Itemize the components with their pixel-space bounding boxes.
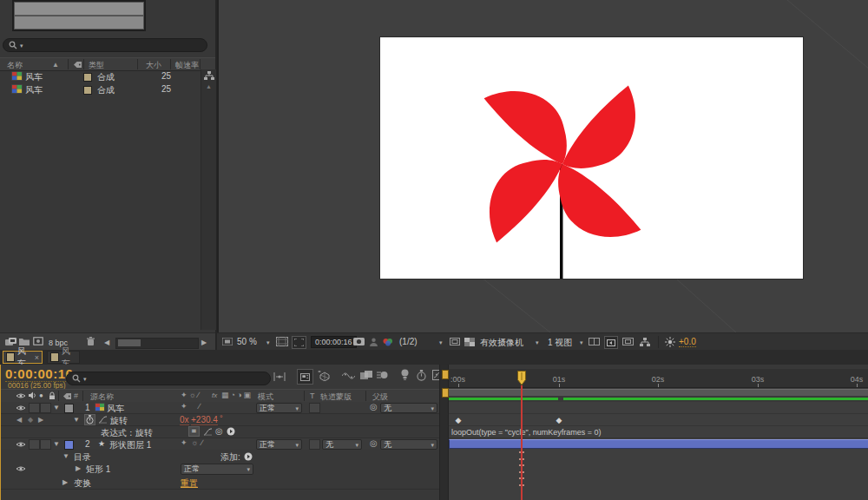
auto-keyframe-icon[interactable] — [417, 370, 426, 381]
search-options-caret[interactable]: ▾ — [83, 376, 87, 382]
rect1-blend-dropdown[interactable]: 正常▾ — [181, 464, 253, 475]
tab-close-icon[interactable]: × — [35, 353, 39, 362]
view-layout-select[interactable]: 1 视图 — [548, 337, 572, 349]
layer-name[interactable]: 风车 — [107, 403, 124, 415]
rotation-revolutions[interactable]: 0x — [180, 415, 189, 425]
layer2-duration-bar[interactable] — [449, 439, 868, 449]
in-out-columns-icon[interactable] — [273, 372, 286, 382]
column-number[interactable]: # — [74, 391, 78, 400]
view-layout-caret[interactable]: ▾ — [580, 339, 583, 345]
project-item-row[interactable]: 风车 合成 25 — [0, 83, 200, 95]
scrollbar-thumb[interactable] — [118, 339, 141, 346]
layer1-parent-dropdown[interactable]: 无▾ — [380, 403, 437, 413]
solo-icon[interactable]: ● — [39, 391, 43, 399]
contents-row[interactable]: ▼ 目录 添加: — [1, 450, 439, 463]
expression-row[interactable]: 表达式：旋转 = ◎ — [1, 426, 439, 438]
eye-icon[interactable] — [16, 465, 26, 472]
transparency-grid-icon[interactable] — [464, 338, 475, 346]
tab-fengche-2[interactable]: 风车 — [47, 351, 80, 364]
scroll-left-icon[interactable]: ◀ — [104, 339, 109, 346]
project-h-scrollbar[interactable] — [115, 338, 199, 349]
layer-row-2[interactable]: ▼ 2 ★ 形状图层 1 ✦ ☼ ∕ 正常▾ 无▾ ◎ 无▾ — [1, 438, 439, 451]
layer1-mode-dropdown[interactable]: 正常▾ — [256, 403, 302, 413]
time-ruler[interactable]: :00s 01s 02s 03s 04s — [449, 369, 868, 388]
rotation-degrees[interactable]: +230.4 — [191, 415, 218, 425]
share-view-icon[interactable] — [589, 338, 600, 345]
transform-reset-link[interactable]: 重置 — [181, 477, 198, 490]
track-row-rect1[interactable] — [449, 462, 868, 477]
expand-arrow[interactable]: ▼ — [62, 452, 69, 460]
playhead-line[interactable] — [521, 385, 523, 500]
quality-switch[interactable]: ∕ — [201, 438, 203, 447]
reset-exposure-icon[interactable] — [665, 337, 675, 347]
hide-shy-layers-icon[interactable] — [342, 372, 355, 379]
primary-viewer-icon[interactable] — [604, 336, 618, 349]
region-of-interest-icon[interactable] — [292, 336, 306, 349]
rect1-label[interactable]: 矩形 1 — [86, 464, 110, 476]
safe-margins-icon[interactable] — [276, 337, 288, 346]
lock-icon[interactable] — [49, 391, 56, 400]
layer-row-1[interactable]: ▼ 1 风车 ✦ ∕ 正常▾ ◎ 无▾ — [1, 402, 439, 414]
eye-icon[interactable] — [16, 392, 26, 399]
project-item-row[interactable]: 风车 合成 25 — [0, 70, 200, 82]
timeline-divider[interactable] — [439, 365, 449, 500]
prev-keyframe-icon[interactable]: ◀ — [16, 416, 22, 424]
stopwatch-icon[interactable] — [84, 414, 95, 425]
expand-arrow[interactable]: ▶ — [76, 464, 81, 472]
scroll-up-icon[interactable]: ▲ — [206, 83, 212, 89]
parent-pickwhip-icon[interactable]: ◎ — [370, 438, 378, 448]
trash-icon[interactable] — [87, 337, 95, 346]
label-color-icon[interactable] — [73, 61, 82, 69]
current-timecode[interactable]: 0:00:00:16 — [5, 366, 73, 382]
audio-icon[interactable] — [28, 391, 36, 399]
collapse-switch[interactable]: ✦ — [181, 402, 187, 411]
keyframe-diamond[interactable]: ◆ — [456, 416, 462, 424]
project-search-input[interactable]: ▾ — [3, 38, 207, 52]
trkmat-cell[interactable] — [309, 403, 320, 413]
zoom-caret[interactable]: ▾ — [266, 339, 270, 345]
show-channel-icon[interactable] — [382, 338, 394, 346]
expression-language-menu-icon[interactable] — [227, 427, 235, 436]
quality-switch[interactable]: ∕ — [199, 402, 201, 411]
effect-switch[interactable]: ☼ — [191, 438, 198, 447]
column-t[interactable]: T — [310, 391, 315, 400]
expression-graph-icon[interactable] — [203, 428, 213, 436]
timeline-search-input[interactable]: ▾ — [66, 372, 271, 385]
collapse-switch[interactable]: ✦ — [181, 438, 187, 447]
add-menu-icon[interactable] — [244, 452, 253, 461]
rect1-row[interactable]: ▶ 矩形 1 正常▾ — [1, 462, 439, 477]
expand-arrow[interactable]: ▼ — [73, 416, 80, 424]
zoom-level[interactable]: 50 % — [237, 337, 257, 346]
layer2-trkmat-dropdown[interactable]: 无▾ — [322, 439, 362, 450]
audio-cell[interactable] — [29, 403, 40, 413]
draft-3d-icon[interactable] — [317, 370, 330, 381]
track-row-layer2[interactable] — [449, 438, 868, 451]
frame-blending-icon[interactable] — [360, 371, 372, 379]
work-area-bar[interactable] — [449, 388, 868, 397]
layer-label-swatch[interactable] — [64, 440, 74, 450]
mini-flowchart-icon[interactable] — [640, 338, 650, 346]
viewer-timecode[interactable]: 0:00:00:16 — [311, 336, 357, 348]
show-snapshot-icon[interactable] — [370, 338, 378, 346]
brainstorm-icon[interactable] — [400, 369, 410, 381]
roi-toggle-icon[interactable] — [450, 338, 460, 345]
expression-pickwhip-icon[interactable]: ◎ — [215, 426, 223, 436]
search-options-caret[interactable]: ▾ — [20, 43, 23, 49]
layer2-parent-dropdown[interactable]: 无▾ — [380, 439, 437, 450]
rotation-label[interactable]: 旋转 — [110, 415, 128, 427]
track-row-expression[interactable]: loopOut(type = "cycle", numKeyframes = 0… — [449, 426, 868, 438]
always-preview-icon[interactable] — [222, 338, 233, 345]
expression-enable-icon[interactable]: = — [188, 426, 200, 437]
layer-label-swatch[interactable] — [64, 404, 74, 413]
exposure-value[interactable]: +0.0 — [679, 337, 696, 347]
eye-icon[interactable] — [16, 441, 26, 448]
keyframe-diamond[interactable]: ◆ — [556, 416, 562, 424]
new-composition-icon[interactable] — [33, 337, 43, 345]
add-keyframe-icon[interactable]: ◆ — [28, 416, 33, 424]
snapshot-camera-icon[interactable] — [353, 338, 365, 345]
motion-blur-icon[interactable] — [377, 371, 388, 379]
workarea-handle[interactable] — [442, 388, 449, 398]
solo-cell[interactable] — [40, 439, 51, 450]
comp-mini-flowchart-button[interactable] — [297, 369, 313, 385]
track-row-contents[interactable] — [449, 450, 868, 463]
